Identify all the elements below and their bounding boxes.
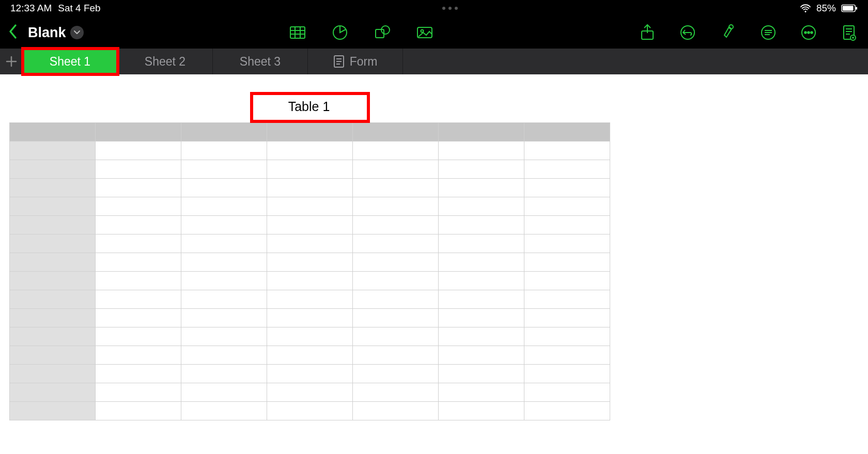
add-sheet-button[interactable] xyxy=(0,49,23,74)
cell[interactable] xyxy=(353,290,439,309)
cell[interactable] xyxy=(96,290,181,309)
more-button[interactable] xyxy=(800,24,817,41)
cell[interactable] xyxy=(353,346,439,365)
cell[interactable] xyxy=(524,142,610,160)
sheet-tab[interactable]: Sheet 3 xyxy=(213,49,308,74)
cell[interactable] xyxy=(353,383,439,402)
row-header[interactable] xyxy=(10,216,96,234)
column-header[interactable] xyxy=(267,123,353,142)
share-button[interactable] xyxy=(639,24,656,41)
cell[interactable] xyxy=(181,179,267,197)
cell[interactable] xyxy=(439,383,524,402)
collaborate-button[interactable] xyxy=(719,24,737,41)
cell[interactable] xyxy=(353,234,439,253)
cell[interactable] xyxy=(353,142,439,160)
column-header[interactable] xyxy=(181,123,267,142)
insert-shape-button[interactable] xyxy=(374,24,391,41)
cell[interactable] xyxy=(353,365,439,383)
cell[interactable] xyxy=(524,253,610,272)
cell[interactable] xyxy=(439,290,524,309)
row-header[interactable] xyxy=(10,272,96,290)
row-header[interactable] xyxy=(10,179,96,197)
back-button[interactable] xyxy=(6,24,21,42)
column-header[interactable] xyxy=(439,123,524,142)
cell[interactable] xyxy=(96,216,181,234)
cell[interactable] xyxy=(524,327,610,346)
cell[interactable] xyxy=(181,327,267,346)
cell[interactable] xyxy=(96,346,181,365)
cell[interactable] xyxy=(267,179,353,197)
row-header[interactable] xyxy=(10,383,96,402)
cell[interactable] xyxy=(353,179,439,197)
cell[interactable] xyxy=(96,402,181,420)
insert-media-button[interactable] xyxy=(416,24,433,41)
table-title[interactable]: Table 1 xyxy=(9,94,609,122)
cell[interactable] xyxy=(181,383,267,402)
cell[interactable] xyxy=(267,383,353,402)
insert-table-button[interactable] xyxy=(289,24,306,41)
insert-chart-button[interactable] xyxy=(331,24,349,41)
cell[interactable] xyxy=(353,197,439,216)
cell[interactable] xyxy=(524,234,610,253)
row-header[interactable] xyxy=(10,253,96,272)
spreadsheet-table[interactable] xyxy=(9,122,610,420)
row-header[interactable] xyxy=(10,197,96,216)
cell[interactable] xyxy=(181,272,267,290)
cell[interactable] xyxy=(267,160,353,179)
multitasking-dots[interactable] xyxy=(442,7,458,10)
sheet-tab[interactable]: Form xyxy=(308,49,403,74)
row-header[interactable] xyxy=(10,346,96,365)
cell[interactable] xyxy=(353,327,439,346)
column-header[interactable] xyxy=(353,123,439,142)
column-header[interactable] xyxy=(524,123,610,142)
cell[interactable] xyxy=(96,309,181,327)
cell[interactable] xyxy=(524,346,610,365)
cell[interactable] xyxy=(96,272,181,290)
document-title-button[interactable]: Blank xyxy=(28,25,84,41)
cell[interactable] xyxy=(439,179,524,197)
cell[interactable] xyxy=(353,160,439,179)
cell[interactable] xyxy=(181,234,267,253)
cell[interactable] xyxy=(439,346,524,365)
cell[interactable] xyxy=(181,197,267,216)
cell[interactable] xyxy=(439,327,524,346)
table-container[interactable]: Table 1 xyxy=(9,94,610,420)
cell[interactable] xyxy=(439,365,524,383)
cell[interactable] xyxy=(439,142,524,160)
row-header[interactable] xyxy=(10,290,96,309)
cell[interactable] xyxy=(267,197,353,216)
cell[interactable] xyxy=(181,142,267,160)
cell[interactable] xyxy=(524,160,610,179)
cell[interactable] xyxy=(439,160,524,179)
cell[interactable] xyxy=(267,142,353,160)
table-corner-cell[interactable] xyxy=(10,123,96,142)
cell[interactable] xyxy=(181,346,267,365)
cell[interactable] xyxy=(439,272,524,290)
cell[interactable] xyxy=(524,272,610,290)
cell[interactable] xyxy=(96,160,181,179)
row-header[interactable] xyxy=(10,365,96,383)
cell[interactable] xyxy=(267,402,353,420)
cell[interactable] xyxy=(353,272,439,290)
cell[interactable] xyxy=(181,402,267,420)
row-header[interactable] xyxy=(10,234,96,253)
cell[interactable] xyxy=(524,197,610,216)
cell[interactable] xyxy=(181,365,267,383)
cell[interactable] xyxy=(353,216,439,234)
cell[interactable] xyxy=(96,197,181,216)
cell[interactable] xyxy=(524,402,610,420)
row-header[interactable] xyxy=(10,160,96,179)
cell[interactable] xyxy=(524,216,610,234)
row-header[interactable] xyxy=(10,142,96,160)
cell[interactable] xyxy=(267,309,353,327)
undo-button[interactable] xyxy=(679,24,696,41)
cell[interactable] xyxy=(524,383,610,402)
comments-button[interactable] xyxy=(760,24,777,41)
row-header[interactable] xyxy=(10,327,96,346)
cell[interactable] xyxy=(353,402,439,420)
cell[interactable] xyxy=(439,309,524,327)
cell[interactable] xyxy=(96,383,181,402)
cell[interactable] xyxy=(439,402,524,420)
cell[interactable] xyxy=(96,179,181,197)
cell[interactable] xyxy=(267,290,353,309)
